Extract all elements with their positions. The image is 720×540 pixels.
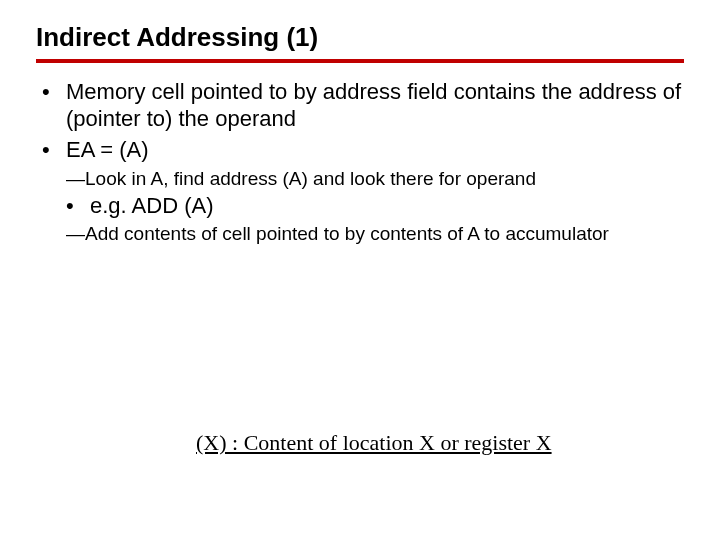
bullet-item-2: EA = (A)	[42, 137, 684, 164]
subitem-1: Look in A, find address (A) and look the…	[66, 167, 684, 191]
subitem-2-text: Add contents of cell pointed to by conte…	[85, 223, 609, 244]
subitem-1-text: Look in A, find address (A) and look the…	[85, 168, 536, 189]
bullet-text-3: e.g. ADD (A)	[90, 193, 213, 218]
bullet-item-1: Memory cell pointed to by address field …	[42, 79, 684, 133]
sublist-2: Add contents of cell pointed to by conte…	[36, 222, 684, 246]
bullet-text-2: EA = (A)	[66, 137, 149, 162]
footnote: (X) : Content of location X or register …	[196, 430, 552, 456]
slide: Indirect Addressing (1) Memory cell poin…	[0, 0, 720, 540]
bullet-text-1: Memory cell pointed to by address field …	[66, 79, 681, 131]
subitem-2: Add contents of cell pointed to by conte…	[66, 222, 684, 246]
bullet-list: Memory cell pointed to by address field …	[36, 79, 684, 163]
slide-title: Indirect Addressing (1)	[36, 22, 684, 63]
bullet-item-3: e.g. ADD (A)	[66, 193, 684, 220]
bullet-list-2: e.g. ADD (A)	[36, 193, 684, 220]
sublist-1: Look in A, find address (A) and look the…	[36, 167, 684, 191]
